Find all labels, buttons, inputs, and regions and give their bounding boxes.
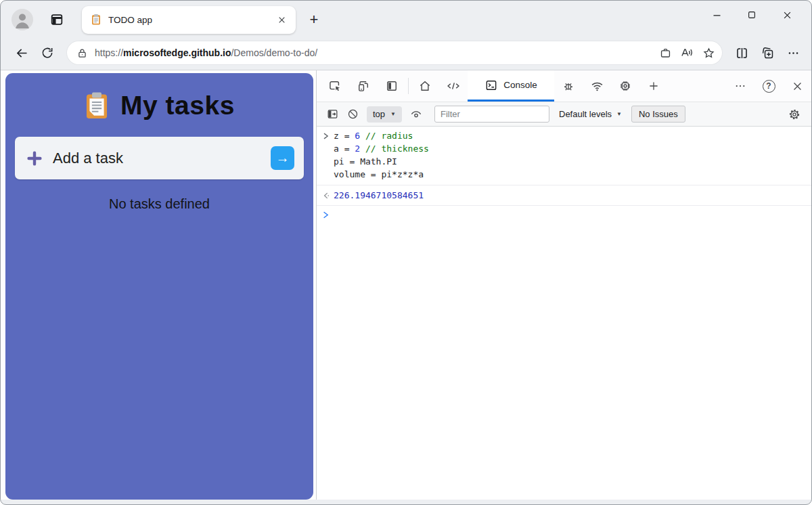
devtools-performance-tab[interactable] — [611, 70, 639, 102]
devtools-tabbar: Console — [317, 70, 811, 102]
page-title: My tasks — [120, 91, 235, 120]
clear-console-button[interactable] — [342, 105, 363, 124]
line-gutter — [322, 168, 334, 181]
context-selector-dropdown[interactable]: top ▼ — [367, 106, 402, 123]
console-prompt[interactable] — [317, 206, 811, 224]
window-controls — [699, 1, 805, 39]
devtools-console-tab[interactable]: Console — [468, 70, 554, 102]
console-input-line: pi = Math.PI — [317, 155, 811, 168]
plus-icon — [648, 80, 660, 92]
devtools-debugger-tab[interactable] — [554, 70, 583, 102]
tab-actions-button[interactable] — [45, 8, 68, 31]
inspect-cursor-icon — [328, 79, 342, 93]
chevron-down-icon: ▼ — [390, 111, 396, 117]
issues-counter-button[interactable]: No Issues — [631, 106, 685, 123]
inspect-element-button[interactable] — [321, 70, 349, 102]
prompt-chevron-icon — [322, 211, 334, 219]
tab-close-button[interactable] — [273, 11, 290, 28]
wifi-icon — [590, 79, 604, 93]
address-bar[interactable]: https://microsoftedge.github.io/Demos/de… — [67, 41, 722, 64]
more-tabs-button[interactable] — [639, 70, 668, 102]
devtools-panel: Console — [316, 70, 811, 500]
url-text: https://microsoftedge.github.io/Demos/de… — [95, 47, 654, 58]
console-filter-input[interactable] — [434, 106, 549, 123]
collections-icon — [761, 46, 775, 60]
console-settings-button[interactable] — [784, 105, 805, 124]
device-emulation-button[interactable] — [349, 70, 378, 102]
devtools-welcome-tab[interactable] — [411, 70, 439, 102]
line-gutter — [322, 142, 334, 155]
console-code-text: pi = Math.PI — [334, 155, 397, 168]
devtools-close-button[interactable] — [783, 70, 811, 102]
device-emulation-icon — [357, 79, 370, 93]
activity-bar-toggle-button[interactable] — [378, 70, 406, 102]
profile-avatar[interactable] — [12, 9, 33, 30]
content-area: My tasks Add a task → No tasks defined — [1, 70, 811, 500]
todo-header: My tasks — [5, 91, 313, 120]
browser-titlebar: TODO app + — [1, 1, 811, 39]
gear-icon — [788, 108, 801, 121]
minimize-button[interactable] — [699, 1, 734, 29]
close-icon — [782, 10, 792, 20]
devtools-elements-tab[interactable] — [439, 70, 468, 102]
maximize-icon — [747, 10, 757, 20]
cpu-chip-icon — [618, 79, 632, 93]
minimize-icon — [712, 10, 722, 20]
sidebar-arrow-icon — [326, 108, 339, 120]
console-sidebar-toggle-button[interactable] — [322, 105, 342, 124]
read-aloud-icon — [680, 46, 694, 60]
clear-slash-icon — [346, 108, 359, 120]
browser-tab[interactable]: TODO app — [82, 6, 296, 34]
console-input-group: z = 6 // radiusa = 2 // thicknesspi = Ma… — [317, 129, 811, 185]
console-messages[interactable]: z = 6 // radiusa = 2 // thicknesspi = Ma… — [317, 127, 811, 500]
bug-icon — [562, 79, 575, 93]
todo-app: My tasks Add a task → No tasks defined — [5, 73, 313, 500]
console-input-line: volume = pi*z*z*a — [317, 168, 811, 181]
live-expression-button[interactable] — [406, 105, 426, 124]
navigation-toolbar: https://microsoftedge.github.io/Demos/de… — [1, 39, 811, 70]
help-icon: ? — [763, 80, 775, 93]
split-screen-icon — [735, 46, 749, 60]
console-input-line: z = 6 // radius — [317, 129, 811, 142]
add-plus-icon — [26, 150, 43, 167]
back-arrow-icon — [15, 46, 29, 60]
split-screen-button[interactable] — [730, 41, 753, 64]
close-icon — [277, 16, 286, 24]
read-aloud-button[interactable] — [676, 43, 698, 63]
console-input-line: a = 2 // thickness — [317, 142, 811, 155]
log-levels-label: Default levels — [559, 109, 612, 119]
console-toolbar: top ▼ Default levels ▼ No Issues — [317, 102, 811, 127]
home-icon — [418, 79, 432, 93]
web-page: My tasks Add a task → No tasks defined — [1, 70, 316, 500]
close-icon — [792, 81, 803, 92]
clipboard-icon — [84, 91, 110, 120]
url-host: microsoftedge.github.io — [123, 47, 231, 58]
input-chevron-icon — [322, 129, 334, 142]
refresh-button[interactable] — [36, 41, 59, 64]
close-window-button[interactable] — [769, 1, 805, 29]
app-install-button[interactable] — [654, 43, 676, 63]
console-terminal-icon — [484, 79, 498, 92]
console-code-text: z = 6 // radius — [334, 129, 413, 142]
workspaces-icon — [49, 12, 64, 27]
browser-menu-button[interactable] — [782, 41, 805, 64]
collections-button[interactable] — [756, 41, 779, 64]
devtools-network-tab[interactable] — [583, 70, 611, 102]
maximize-button[interactable] — [734, 1, 769, 29]
add-task-submit-button[interactable]: → — [271, 146, 294, 170]
activity-bar-icon — [385, 79, 399, 93]
refresh-icon — [41, 46, 54, 60]
devtools-help-button[interactable]: ? — [754, 70, 783, 102]
favorites-button[interactable] — [698, 43, 719, 63]
devtools-customize-button[interactable] — [726, 70, 754, 102]
back-button[interactable] — [10, 41, 33, 64]
context-selector-value: top — [373, 109, 385, 119]
console-code-text: a = 2 // thickness — [334, 142, 429, 155]
code-brackets-icon — [446, 79, 461, 93]
console-code-text: volume = pi*z*z*a — [334, 168, 424, 181]
return-value-icon — [322, 189, 334, 202]
add-task-field[interactable]: Add a task → — [15, 137, 304, 179]
log-levels-dropdown[interactable]: Default levels ▼ — [559, 109, 622, 119]
new-tab-button[interactable]: + — [302, 8, 325, 31]
console-result-value: 226.1946710584651 — [334, 189, 424, 202]
